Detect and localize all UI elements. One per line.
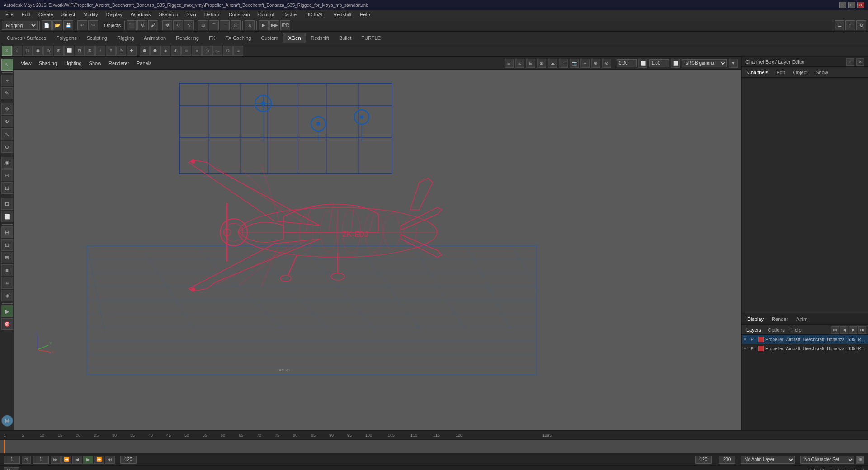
universal-manip-tool[interactable]: ⊕	[1, 141, 13, 153]
tab-display[interactable]: Display	[744, 315, 767, 323]
gamma-input-zero[interactable]	[617, 59, 637, 67]
tab-rendering[interactable]: Rendering	[171, 33, 204, 43]
display-poly-icon[interactable]: ◉	[33, 46, 43, 56]
vp-icon-5[interactable]: ☁	[548, 59, 557, 68]
anim-end-field[interactable]	[719, 456, 735, 464]
menu-skin[interactable]: Skin	[183, 11, 199, 18]
anim-layer-dropdown[interactable]: No Anim Layer	[741, 456, 795, 464]
panel-close-btn[interactable]: ✕	[856, 58, 864, 66]
lasso-icon[interactable]: ⊙	[137, 20, 147, 30]
tab-fx[interactable]: FX	[204, 33, 220, 43]
layer-nav-right[interactable]: ▶	[849, 326, 857, 334]
step-back-btn[interactable]: ⏪	[61, 456, 71, 464]
gamma-input-one[interactable]	[649, 59, 669, 67]
vp-color-icon[interactable]: ▼	[729, 59, 738, 68]
scale-icon[interactable]: ⤡	[184, 20, 194, 30]
menu-redshift[interactable]: Redshift	[330, 11, 355, 18]
display-wire-icon[interactable]: ⊞	[54, 46, 64, 56]
restore-button[interactable]: □	[848, 2, 855, 8]
tab-turtle[interactable]: TURTLE	[356, 33, 386, 43]
history-icon[interactable]: ⧖	[245, 20, 255, 30]
range-end-field[interactable]	[695, 456, 712, 464]
go-end-btn[interactable]: ⏭	[105, 456, 115, 464]
play-fwd-btn[interactable]: ▶	[83, 456, 93, 464]
rotate-icon[interactable]: ↻	[173, 20, 183, 30]
snap-view-icon[interactable]: ◎	[231, 20, 241, 30]
tool-settings-icon[interactable]: ⚙	[856, 20, 866, 30]
display-mode-2[interactable]: ⊟	[1, 239, 13, 251]
playback-end-field[interactable]	[120, 456, 137, 464]
ipr-icon[interactable]: IPR	[280, 20, 290, 30]
menu-modify[interactable]: Modify	[80, 11, 101, 18]
tab-rigging[interactable]: Rigging	[112, 33, 139, 43]
minimize-button[interactable]: ─	[839, 2, 846, 8]
display-mode-1[interactable]: ⊞	[1, 226, 13, 238]
menu-windows[interactable]: Windows	[127, 11, 155, 18]
color-space-dropdown[interactable]: sRGB gamma	[682, 59, 727, 67]
viewport-menu-view[interactable]: View	[18, 60, 34, 67]
menu-edit[interactable]: Edit	[18, 11, 34, 18]
display-all-icon[interactable]: X	[2, 46, 12, 56]
new-scene-icon[interactable]: 📄	[42, 20, 52, 30]
display-ep-icon[interactable]: ⊠	[85, 46, 95, 56]
scale-tool[interactable]: ⤡	[1, 128, 13, 140]
command-input[interactable]	[23, 468, 800, 470]
menu-help[interactable]: Help	[356, 11, 374, 18]
layer-row-2[interactable]: V P Propeller_Aircraft_Beechcraft_Bonanz…	[742, 344, 868, 353]
panel-minimize-btn[interactable]: −	[846, 58, 854, 66]
vp-icon-camera[interactable]: 📷	[570, 59, 579, 68]
tab-show[interactable]: Show	[812, 69, 832, 76]
menu-constrain[interactable]: Constrain	[225, 11, 254, 18]
display-mode-3[interactable]: ⊠	[1, 252, 13, 263]
tab-custom[interactable]: Custom	[256, 33, 283, 43]
current-frame-field[interactable]	[4, 456, 20, 464]
show-manip-tool[interactable]: ⊞	[1, 182, 13, 194]
menu-select[interactable]: Select	[58, 11, 79, 18]
vp-icon-7[interactable]: ↔	[580, 59, 590, 68]
channel-box-icon[interactable]: ☰	[835, 20, 844, 30]
menu-control[interactable]: Control	[255, 11, 278, 18]
undo-icon[interactable]: ↩	[77, 20, 87, 30]
display-normals-icon[interactable]: ↑	[95, 46, 105, 56]
play-back-btn[interactable]: ◀	[72, 456, 82, 464]
viewport-menu-show[interactable]: Show	[86, 60, 104, 67]
xgen-icon-4[interactable]: ◐	[171, 46, 181, 56]
xgen-icon-8[interactable]: ⌳	[212, 46, 222, 56]
tab-bullet[interactable]: Bullet	[334, 33, 357, 43]
tab-anim[interactable]: Anim	[793, 315, 811, 323]
snap-curve-icon[interactable]: ⌒	[209, 20, 219, 30]
mel-label[interactable]: MEL	[4, 467, 19, 470]
move-icon[interactable]: ✥	[162, 20, 172, 30]
render-sequence-icon[interactable]: ▶▶	[269, 20, 279, 30]
tab-redshift[interactable]: Redshift	[306, 33, 334, 43]
display-hull-icon[interactable]: ⬡	[23, 46, 33, 56]
save-scene-icon[interactable]: 💾	[63, 20, 73, 30]
menu-create[interactable]: Create	[35, 11, 57, 18]
tab-curves-surfaces[interactable]: Curves / Surfaces	[2, 33, 51, 43]
redo-icon[interactable]: ↪	[88, 20, 98, 30]
xgen-icon-5[interactable]: ⎅	[181, 46, 191, 56]
tab-polygons[interactable]: Polygons	[51, 33, 81, 43]
layer-nav-left[interactable]: ◀	[840, 326, 848, 334]
xgen-icon-1[interactable]: ⬢	[140, 46, 150, 56]
menu-deform[interactable]: Deform	[201, 11, 224, 18]
close-button[interactable]: ✕	[857, 2, 864, 8]
vp-icon-1[interactable]: ⊞	[505, 59, 514, 68]
menu-file[interactable]: File	[2, 11, 17, 18]
viewport-menu-lighting[interactable]: Lighting	[61, 60, 85, 67]
vp-icon-8[interactable]: ⊕	[591, 59, 600, 68]
menu-skeleton[interactable]: Skeleton	[155, 11, 182, 18]
vp-srgb-icon[interactable]: ⬜	[671, 59, 680, 68]
tab-object[interactable]: Object	[789, 69, 811, 76]
xgen-icon-2[interactable]: ⬣	[150, 46, 160, 56]
lt-tab-layers[interactable]: Layers	[744, 326, 764, 334]
xgen-icon-7[interactable]: ⌲	[202, 46, 212, 56]
open-scene-icon[interactable]: 📂	[52, 20, 62, 30]
menu-display[interactable]: Display	[103, 11, 126, 18]
paint-select-tool[interactable]: ✎	[1, 87, 13, 99]
xgen-icon-9[interactable]: ⌬	[223, 46, 233, 56]
sculpt-tool[interactable]: ⊛	[1, 169, 13, 181]
lasso-tool[interactable]: ⌖	[1, 75, 13, 86]
vp-icon-3[interactable]: ⊟	[526, 59, 535, 68]
layer-nav-right-right[interactable]: ⏭	[858, 326, 866, 334]
